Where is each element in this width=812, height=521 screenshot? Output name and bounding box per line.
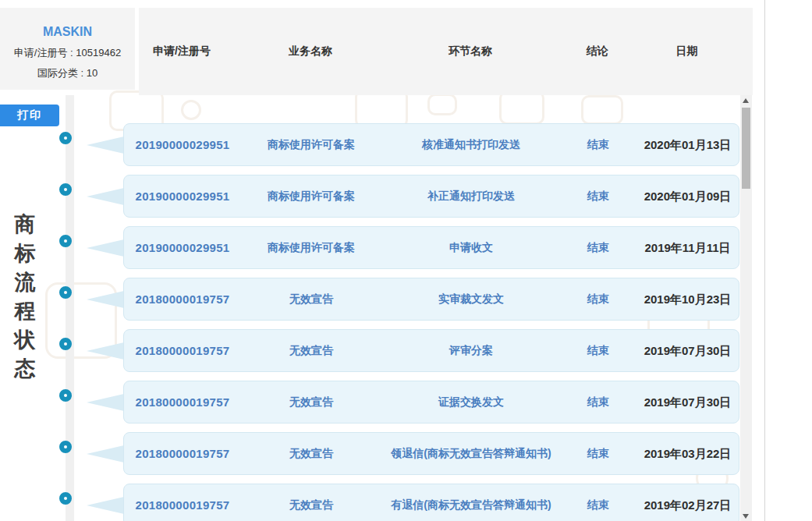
cell-business-name: 无效宣告: [241, 446, 381, 460]
timeline-node-icon: [59, 441, 72, 453]
bubble-tail-icon: [87, 239, 124, 257]
timeline-row: 20180000019757无效宣告领退信(商标无效宣告答辩通知书)结束2019…: [0, 432, 739, 475]
timeline-node-icon: [59, 132, 72, 144]
page-title-char: 程: [15, 297, 36, 326]
table-row[interactable]: 20180000019757无效宣告评审分案结束2019年07月30日: [123, 329, 739, 372]
cell-date: 2020年01月09日: [635, 189, 740, 204]
cell-reg-no: 20180000019757: [124, 292, 241, 307]
cell-stage-name: 申请收文: [381, 240, 561, 254]
scrollbar-down-icon[interactable]: [740, 510, 752, 521]
page-title-char: 态: [15, 355, 36, 384]
timeline-row: 20190000029951商标使用许可备案核准通知书打印发送结束2020年01…: [0, 123, 739, 166]
cell-business-name: 无效宣告: [241, 395, 381, 409]
bubble-tail-icon: [87, 445, 124, 463]
timeline-row: 20180000019757无效宣告证据交换发文结束2019年07月30日: [0, 381, 739, 424]
trademark-name: MASKIN: [0, 25, 135, 39]
cell-business-name: 无效宣告: [241, 498, 381, 512]
cell-reg-no: 20180000019757: [124, 498, 241, 513]
cell-business-name: 商标使用许可备案: [241, 189, 381, 203]
page-title-char: 标: [15, 239, 36, 268]
cell-stage-name: 补正通知打印发送: [381, 189, 561, 203]
timeline-row: 20180000019757无效宣告有退信(商标无效宣告答辩通知书)结束2019…: [0, 484, 739, 521]
cell-conclusion: 结束: [561, 446, 635, 460]
page-title-char: 流: [15, 268, 36, 297]
cell-reg-no: 20190000029951: [124, 189, 241, 204]
cell-reg-no: 20180000019757: [124, 446, 241, 462]
table-row[interactable]: 20180000019757无效宣告实审裁文发文结束2019年10月23日: [123, 278, 739, 321]
cell-business-name: 商标使用许可备案: [241, 137, 381, 151]
timeline-node-icon: [59, 235, 72, 247]
page-title-char: 状: [15, 326, 36, 355]
table-row[interactable]: 20180000019757无效宣告领退信(商标无效宣告答辩通知书)结束2019…: [123, 432, 739, 475]
cell-date: 2019年07月30日: [635, 395, 740, 410]
timeline-node-icon: [59, 183, 72, 196]
cell-date: 2019年11月11日: [635, 240, 740, 256]
scrollbar-up-icon[interactable]: [740, 95, 752, 106]
timeline-row: 20180000019757无效宣告实审裁文发文结束2019年10月23日: [0, 278, 739, 321]
page-title: 商 标 流 程 状 态: [11, 211, 39, 384]
trademark-status-page: { "panel": { "brand": "MASKIN", "reg_lin…: [0, 0, 812, 521]
bubble-tail-icon: [87, 342, 124, 360]
cell-conclusion: 结束: [561, 189, 635, 203]
cell-conclusion: 结束: [561, 395, 635, 409]
cell-date: 2019年03月22日: [635, 446, 740, 462]
timeline-row: 20180000019757无效宣告评审分案结束2019年07月30日: [0, 329, 739, 372]
cell-reg-no: 20190000029951: [124, 137, 241, 153]
registration-number-line: 申请/注册号 : 10519462: [0, 46, 135, 60]
cell-date: 2019年10月23日: [635, 292, 740, 307]
cell-reg-no: 20180000019757: [124, 343, 241, 359]
cell-conclusion: 结束: [561, 498, 635, 512]
bubble-tail-icon: [87, 188, 124, 205]
table-row[interactable]: 20180000019757无效宣告证据交换发文结束2019年07月30日: [123, 381, 739, 424]
cell-stage-name: 证据交换发文: [381, 395, 561, 409]
cell-date: 2020年01月13日: [635, 137, 740, 153]
cell-stage-name: 核准通知书打印发送: [381, 137, 561, 151]
print-button[interactable]: 打印: [0, 105, 59, 126]
cell-stage-name: 评审分案: [381, 343, 561, 357]
cell-business-name: 商标使用许可备案: [241, 240, 381, 254]
cell-business-name: 无效宣告: [241, 343, 381, 357]
table-row[interactable]: 20190000029951商标使用许可备案补正通知打印发送结束2020年01月…: [123, 175, 739, 218]
bubble-tail-icon: [87, 497, 124, 514]
timeline-node-icon: [59, 286, 72, 299]
cell-stage-name: 有退信(商标无效宣告答辩通知书): [381, 498, 561, 512]
page-title-char: 商: [15, 211, 36, 239]
table-row[interactable]: 20190000029951商标使用许可备案申请收文结束2019年11月11日: [123, 226, 739, 269]
cell-conclusion: 结束: [561, 343, 635, 357]
scrollbar[interactable]: [740, 95, 752, 521]
bubble-tail-icon: [87, 394, 124, 411]
bubble-tail-icon: [87, 136, 124, 154]
scrollbar-thumb[interactable]: [742, 108, 750, 189]
timeline-row: 20190000029951商标使用许可备案补正通知打印发送结束2020年01月…: [0, 175, 739, 218]
cell-conclusion: 结束: [561, 137, 635, 151]
trademark-info-card: MASKIN 申请/注册号 : 10519462 国际分类 : 10: [0, 8, 135, 90]
table-row[interactable]: 20180000019757无效宣告有退信(商标无效宣告答辩通知书)结束2019…: [123, 484, 739, 521]
table-row[interactable]: 20190000029951商标使用许可备案核准通知书打印发送结束2020年01…: [123, 123, 739, 166]
international-class-line: 国际分类 : 10: [0, 66, 135, 80]
timeline-node-icon: [59, 338, 72, 350]
cell-business-name: 无效宣告: [241, 292, 381, 306]
cell-stage-name: 领退信(商标无效宣告答辩通知书): [381, 446, 561, 460]
cell-conclusion: 结束: [561, 292, 635, 306]
timeline-node-icon: [59, 492, 72, 505]
cell-date: 2019年07月30日: [635, 343, 740, 359]
bubble-tail-icon: [87, 291, 124, 308]
cell-stage-name: 实审裁文发文: [381, 292, 561, 306]
timeline-node-icon: [59, 389, 72, 402]
timeline-row: 20190000029951商标使用许可备案申请收文结束2019年11月11日: [0, 226, 739, 269]
cell-reg-no: 20190000029951: [124, 240, 241, 256]
cell-reg-no: 20180000019757: [124, 395, 241, 410]
cell-date: 2019年02月27日: [635, 498, 740, 513]
cell-conclusion: 结束: [561, 240, 635, 254]
